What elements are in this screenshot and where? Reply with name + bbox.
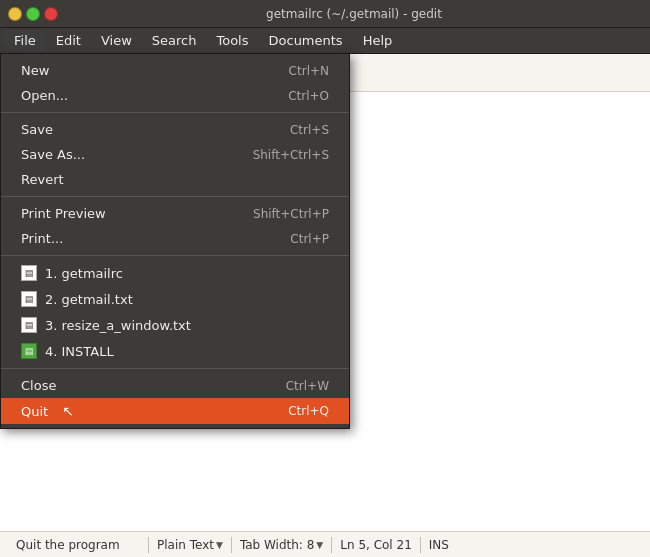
menu-item-revert[interactable]: Revert [1,167,349,192]
menu-bar: File Edit View Search Tools Documents He… [0,28,650,54]
tab-width-dropdown[interactable]: Tab Width: 8 ▼ [240,538,323,552]
file-icon-4: ▤ [21,343,37,359]
menu-item-recent-4[interactable]: ▤ 4. INSTALL [1,338,349,364]
menu-item-recent-1[interactable]: ▤ 1. getmailrc [1,260,349,286]
file-icon-3: ▤ [21,317,37,333]
tab-width-section[interactable]: Tab Width: 8 ▼ [232,538,331,552]
menu-item-open[interactable]: Open... Ctrl+O [1,83,349,108]
status-bar: Quit the program Plain Text ▼ Tab Width:… [0,531,650,557]
menu-file[interactable]: File [4,30,46,52]
minimize-button[interactable] [8,7,22,21]
insert-mode-section: INS [421,538,457,552]
menu-divider-2 [1,196,349,197]
file-icon-1: ▤ [21,265,37,281]
position-section: Ln 5, Col 21 [332,538,420,552]
tab-width-chevron: ▼ [316,540,323,550]
menu-item-close[interactable]: Close Ctrl+W [1,373,349,398]
status-message: Quit the program [8,538,148,552]
menu-help[interactable]: Help [353,30,403,52]
file-icon-2: ▤ [21,291,37,307]
menu-documents[interactable]: Documents [259,30,353,52]
menu-item-save-as[interactable]: Save As... Shift+Ctrl+S [1,142,349,167]
menu-divider-3 [1,255,349,256]
menu-item-recent-2[interactable]: ▤ 2. getmail.txt [1,286,349,312]
file-type-chevron: ▼ [216,540,223,550]
close-button[interactable] [44,7,58,21]
insert-mode-label: INS [429,538,449,552]
cursor-position: Ln 5, Col 21 [340,538,412,552]
menu-edit[interactable]: Edit [46,30,91,52]
cursor-icon: ↖ [62,403,74,419]
status-text: Quit the program [16,538,120,552]
window-title: getmailrc (~/.getmail) - gedit [66,7,642,21]
tab-width-label: Tab Width: 8 [240,538,314,552]
menu-item-print-preview[interactable]: Print Preview Shift+Ctrl+P [1,201,349,226]
menu-divider-1 [1,112,349,113]
file-type-label: Plain Text [157,538,214,552]
menu-item-recent-3[interactable]: ▤ 3. resize_a_window.txt [1,312,349,338]
menu-item-print[interactable]: Print... Ctrl+P [1,226,349,251]
title-bar: getmailrc (~/.getmail) - gedit [0,0,650,28]
file-type-section[interactable]: Plain Text ▼ [149,538,231,552]
window-controls [8,7,58,21]
menu-tools[interactable]: Tools [206,30,258,52]
menu-divider-4 [1,368,349,369]
menu-view[interactable]: View [91,30,142,52]
file-type-dropdown[interactable]: Plain Text ▼ [157,538,223,552]
menu-item-quit[interactable]: Quit ↖ Ctrl+Q [1,398,349,424]
menu-item-new[interactable]: New Ctrl+N [1,58,349,83]
file-menu-dropdown: New Ctrl+N Open... Ctrl+O Save Ctrl+S Sa… [0,54,350,429]
menu-search[interactable]: Search [142,30,207,52]
menu-item-save[interactable]: Save Ctrl+S [1,117,349,142]
maximize-button[interactable] [26,7,40,21]
